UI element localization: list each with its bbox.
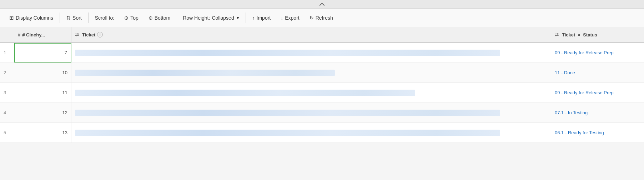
sort-label: Sort <box>72 15 82 21</box>
display-columns-icon: ⊞ <box>9 15 14 21</box>
scroll-bottom-label: Bottom <box>155 15 170 21</box>
status-link-4[interactable]: 07.1 - In Testing <box>555 110 588 115</box>
table-row: 3 11 09 - Ready for Release Prep <box>0 83 644 103</box>
status-cell-4[interactable]: 07.1 - In Testing <box>551 103 644 122</box>
row-num-4: 4 <box>0 103 14 122</box>
th-empty <box>0 27 14 42</box>
ticket-cell-2[interactable] <box>71 63 551 82</box>
import-button[interactable]: ↑ Import <box>247 12 276 24</box>
cinchy-id-cell-4[interactable]: 12 <box>14 103 71 122</box>
table-header: # # Cinchy... ⇄ Ticket i ⇄ Ticket ● Stat… <box>0 27 644 43</box>
th-status-label1: Ticket <box>562 32 575 38</box>
table-row: 5 13 06.1 - Ready for Testing <box>0 123 644 143</box>
ticket-cell-4[interactable] <box>71 103 551 122</box>
divider-3 <box>177 12 177 23</box>
ticket-cell-3[interactable] <box>71 83 551 102</box>
divider-4 <box>246 12 246 23</box>
status-link-3[interactable]: 09 - Ready for Release Prep <box>555 90 614 95</box>
table-row: 4 12 07.1 - In Testing <box>0 103 644 123</box>
blurred-ticket-1 <box>75 50 500 56</box>
display-columns-label: Display Columns <box>16 15 53 21</box>
cinchy-id-cell-1[interactable]: 7 <box>14 43 71 62</box>
blurred-ticket-2 <box>75 70 335 76</box>
hash-icon: # <box>18 32 20 38</box>
status-cell-5[interactable]: 06.1 - Ready for Testing <box>551 123 644 142</box>
share-icon-status: ⇄ <box>555 32 559 38</box>
scroll-bottom-icon: ⊙ <box>149 15 153 21</box>
scroll-bottom-button[interactable]: ⊙ Bottom <box>144 12 175 24</box>
import-icon: ↑ <box>252 15 255 21</box>
collapse-bar[interactable] <box>0 0 644 9</box>
status-cell-2[interactable]: 11 - Done <box>551 63 644 82</box>
th-cinchy-id: # # Cinchy... <box>14 27 71 42</box>
import-label: Import <box>257 15 271 21</box>
blurred-ticket-5 <box>75 130 500 136</box>
sort-icon: ⇅ <box>66 15 71 21</box>
row-height-chevron-icon: ▼ <box>236 16 240 20</box>
sort-button[interactable]: ⇅ Sort <box>61 12 87 24</box>
share-icon-ticket: ⇄ <box>75 32 79 38</box>
display-columns-button[interactable]: ⊞ Display Columns <box>4 12 58 24</box>
toolbar: ⊞ Display Columns ⇅ Sort Scroll to: ⊙ To… <box>0 9 644 27</box>
ticket-cell-5[interactable] <box>71 123 551 142</box>
divider-2 <box>88 12 89 23</box>
th-ticket-label: Ticket <box>82 32 95 38</box>
scroll-top-button[interactable]: ⊙ Top <box>119 12 144 24</box>
refresh-button[interactable]: ↻ Refresh <box>305 12 338 24</box>
ticket-cell-1[interactable] <box>71 43 551 62</box>
table-row: 1 7 09 - Ready for Release Prep <box>0 43 644 63</box>
status-link-1[interactable]: 09 - Ready for Release Prep <box>555 50 614 55</box>
export-button[interactable]: ↓ Export <box>276 12 304 24</box>
blurred-ticket-3 <box>75 90 415 96</box>
th-status-label2: Status <box>583 32 597 38</box>
status-link-5[interactable]: 06.1 - Ready for Testing <box>555 130 604 135</box>
scroll-top-label: Top <box>130 15 139 21</box>
th-cinchy-label: # Cinchy... <box>22 32 45 38</box>
th-ticket: ⇄ Ticket i <box>71 27 551 42</box>
table-row: 2 10 11 - Done <box>0 63 644 83</box>
export-icon: ↓ <box>281 15 283 21</box>
th-ticket-status: ⇄ Ticket ● Status <box>551 27 644 42</box>
row-num-2: 2 <box>0 63 14 82</box>
row-height-button[interactable]: Row Height: Collapsed ▼ <box>178 13 244 23</box>
table-body: 1 7 09 - Ready for Release Prep 2 10 11 … <box>0 43 644 143</box>
status-cell-1[interactable]: 09 - Ready for Release Prep <box>551 43 644 62</box>
refresh-icon: ↻ <box>310 15 314 21</box>
info-icon[interactable]: i <box>97 32 103 38</box>
cinchy-id-cell-5[interactable]: 13 <box>14 123 71 142</box>
status-cell-3[interactable]: 09 - Ready for Release Prep <box>551 83 644 102</box>
data-table: # # Cinchy... ⇄ Ticket i ⇄ Ticket ● Stat… <box>0 27 644 143</box>
chevron-up-icon <box>319 2 325 6</box>
status-link-2[interactable]: 11 - Done <box>555 70 575 75</box>
divider-1 <box>60 12 60 23</box>
scroll-top-icon: ⊙ <box>124 15 129 21</box>
cinchy-id-cell-2[interactable]: 10 <box>14 63 71 82</box>
row-height-label: Row Height: <box>183 15 210 21</box>
scroll-to-label: Scroll to: <box>90 12 119 24</box>
cinchy-id-cell-3[interactable]: 11 <box>14 83 71 102</box>
row-height-value: Collapsed <box>212 15 234 21</box>
row-num-5: 5 <box>0 123 14 142</box>
row-num-3: 3 <box>0 83 14 102</box>
row-num-1: 1 <box>0 43 14 62</box>
refresh-label: Refresh <box>316 15 333 21</box>
blurred-ticket-4 <box>75 110 500 116</box>
dot-separator: ● <box>578 32 580 38</box>
export-label: Export <box>285 15 299 21</box>
